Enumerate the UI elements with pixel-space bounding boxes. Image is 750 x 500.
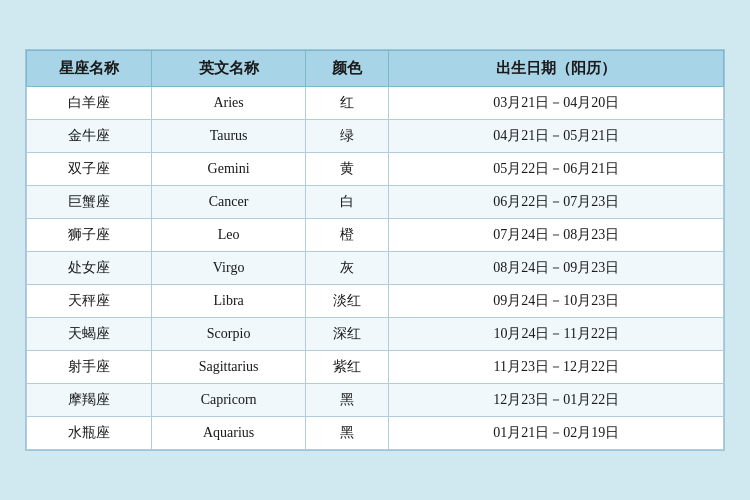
cell-date: 08月24日－09月23日 <box>389 252 724 285</box>
cell-en: Scorpio <box>152 318 305 351</box>
cell-zh: 天秤座 <box>27 285 152 318</box>
header-zh: 星座名称 <box>27 51 152 87</box>
cell-en: Taurus <box>152 120 305 153</box>
table-body: 白羊座Aries红03月21日－04月20日金牛座Taurus绿04月21日－0… <box>27 87 724 450</box>
cell-zh: 水瓶座 <box>27 417 152 450</box>
cell-en: Aries <box>152 87 305 120</box>
cell-color: 黄 <box>305 153 389 186</box>
cell-date: 04月21日－05月21日 <box>389 120 724 153</box>
table-row: 水瓶座Aquarius黑01月21日－02月19日 <box>27 417 724 450</box>
cell-color: 绿 <box>305 120 389 153</box>
cell-color: 白 <box>305 186 389 219</box>
cell-zh: 天蝎座 <box>27 318 152 351</box>
cell-color: 灰 <box>305 252 389 285</box>
header-en: 英文名称 <box>152 51 305 87</box>
cell-en: Sagittarius <box>152 351 305 384</box>
table-row: 白羊座Aries红03月21日－04月20日 <box>27 87 724 120</box>
cell-color: 淡红 <box>305 285 389 318</box>
table-row: 摩羯座Capricorn黑12月23日－01月22日 <box>27 384 724 417</box>
cell-zh: 摩羯座 <box>27 384 152 417</box>
cell-en: Cancer <box>152 186 305 219</box>
table-row: 天蝎座Scorpio深红10月24日－11月22日 <box>27 318 724 351</box>
cell-date: 05月22日－06月21日 <box>389 153 724 186</box>
cell-zh: 狮子座 <box>27 219 152 252</box>
table-row: 射手座Sagittarius紫红11月23日－12月22日 <box>27 351 724 384</box>
table-row: 狮子座Leo橙07月24日－08月23日 <box>27 219 724 252</box>
cell-date: 11月23日－12月22日 <box>389 351 724 384</box>
cell-zh: 白羊座 <box>27 87 152 120</box>
zodiac-table: 星座名称 英文名称 颜色 出生日期（阳历） 白羊座Aries红03月21日－04… <box>26 50 724 450</box>
cell-color: 黑 <box>305 384 389 417</box>
table-row: 双子座Gemini黄05月22日－06月21日 <box>27 153 724 186</box>
cell-date: 09月24日－10月23日 <box>389 285 724 318</box>
cell-color: 紫红 <box>305 351 389 384</box>
cell-en: Capricorn <box>152 384 305 417</box>
zodiac-table-wrapper: 星座名称 英文名称 颜色 出生日期（阳历） 白羊座Aries红03月21日－04… <box>25 49 725 451</box>
cell-zh: 双子座 <box>27 153 152 186</box>
header-color: 颜色 <box>305 51 389 87</box>
cell-date: 06月22日－07月23日 <box>389 186 724 219</box>
cell-date: 01月21日－02月19日 <box>389 417 724 450</box>
table-row: 天秤座Libra淡红09月24日－10月23日 <box>27 285 724 318</box>
cell-color: 黑 <box>305 417 389 450</box>
cell-en: Virgo <box>152 252 305 285</box>
cell-en: Gemini <box>152 153 305 186</box>
cell-date: 12月23日－01月22日 <box>389 384 724 417</box>
header-date: 出生日期（阳历） <box>389 51 724 87</box>
cell-date: 03月21日－04月20日 <box>389 87 724 120</box>
cell-en: Leo <box>152 219 305 252</box>
cell-zh: 巨蟹座 <box>27 186 152 219</box>
cell-color: 红 <box>305 87 389 120</box>
cell-color: 深红 <box>305 318 389 351</box>
cell-en: Aquarius <box>152 417 305 450</box>
table-row: 金牛座Taurus绿04月21日－05月21日 <box>27 120 724 153</box>
table-header-row: 星座名称 英文名称 颜色 出生日期（阳历） <box>27 51 724 87</box>
cell-date: 07月24日－08月23日 <box>389 219 724 252</box>
table-row: 巨蟹座Cancer白06月22日－07月23日 <box>27 186 724 219</box>
cell-zh: 处女座 <box>27 252 152 285</box>
table-row: 处女座Virgo灰08月24日－09月23日 <box>27 252 724 285</box>
cell-en: Libra <box>152 285 305 318</box>
cell-date: 10月24日－11月22日 <box>389 318 724 351</box>
cell-zh: 射手座 <box>27 351 152 384</box>
cell-zh: 金牛座 <box>27 120 152 153</box>
cell-color: 橙 <box>305 219 389 252</box>
